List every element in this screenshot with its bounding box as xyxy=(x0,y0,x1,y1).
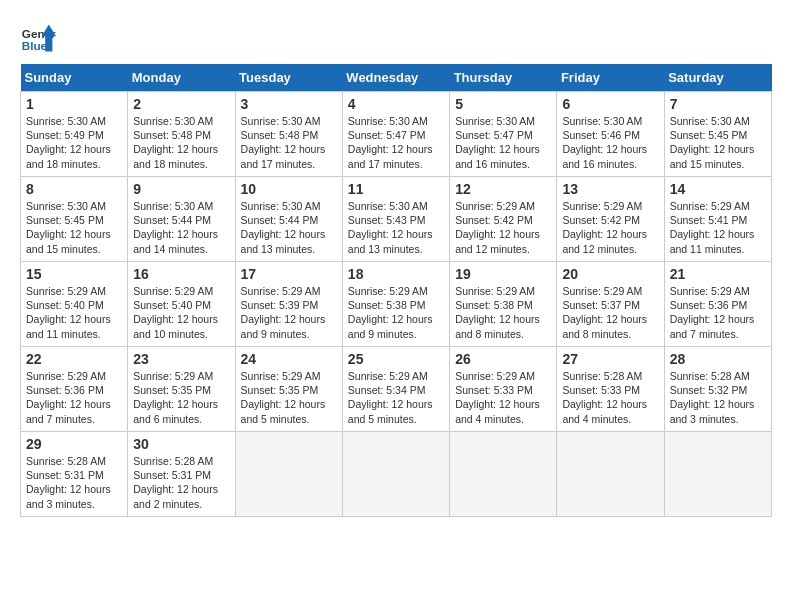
day-info: Sunrise: 5:29 AM Sunset: 5:42 PM Dayligh… xyxy=(455,199,551,256)
day-number: 1 xyxy=(26,96,122,112)
day-number: 13 xyxy=(562,181,658,197)
calendar-cell: 4Sunrise: 5:30 AM Sunset: 5:47 PM Daylig… xyxy=(342,92,449,177)
calendar-cell xyxy=(342,432,449,517)
calendar-cell: 14Sunrise: 5:29 AM Sunset: 5:41 PM Dayli… xyxy=(664,177,771,262)
calendar-cell: 22Sunrise: 5:29 AM Sunset: 5:36 PM Dayli… xyxy=(21,347,128,432)
day-info: Sunrise: 5:29 AM Sunset: 5:35 PM Dayligh… xyxy=(133,369,229,426)
calendar-cell: 9Sunrise: 5:30 AM Sunset: 5:44 PM Daylig… xyxy=(128,177,235,262)
calendar-cell: 11Sunrise: 5:30 AM Sunset: 5:43 PM Dayli… xyxy=(342,177,449,262)
day-number: 6 xyxy=(562,96,658,112)
logo-icon: General Blue xyxy=(20,20,56,56)
calendar-cell: 27Sunrise: 5:28 AM Sunset: 5:33 PM Dayli… xyxy=(557,347,664,432)
day-info: Sunrise: 5:30 AM Sunset: 5:47 PM Dayligh… xyxy=(455,114,551,171)
day-info: Sunrise: 5:30 AM Sunset: 5:44 PM Dayligh… xyxy=(241,199,337,256)
day-info: Sunrise: 5:30 AM Sunset: 5:48 PM Dayligh… xyxy=(133,114,229,171)
day-header-thursday: Thursday xyxy=(450,64,557,92)
day-number: 26 xyxy=(455,351,551,367)
calendar-cell: 15Sunrise: 5:29 AM Sunset: 5:40 PM Dayli… xyxy=(21,262,128,347)
day-number: 28 xyxy=(670,351,766,367)
day-info: Sunrise: 5:28 AM Sunset: 5:31 PM Dayligh… xyxy=(26,454,122,511)
day-number: 4 xyxy=(348,96,444,112)
calendar-cell: 18Sunrise: 5:29 AM Sunset: 5:38 PM Dayli… xyxy=(342,262,449,347)
calendar-cell: 7Sunrise: 5:30 AM Sunset: 5:45 PM Daylig… xyxy=(664,92,771,177)
calendar-cell: 28Sunrise: 5:28 AM Sunset: 5:32 PM Dayli… xyxy=(664,347,771,432)
calendar-header-row: SundayMondayTuesdayWednesdayThursdayFrid… xyxy=(21,64,772,92)
day-info: Sunrise: 5:29 AM Sunset: 5:36 PM Dayligh… xyxy=(26,369,122,426)
week-row-1: 1Sunrise: 5:30 AM Sunset: 5:49 PM Daylig… xyxy=(21,92,772,177)
day-number: 18 xyxy=(348,266,444,282)
day-info: Sunrise: 5:28 AM Sunset: 5:33 PM Dayligh… xyxy=(562,369,658,426)
day-info: Sunrise: 5:29 AM Sunset: 5:41 PM Dayligh… xyxy=(670,199,766,256)
calendar-cell xyxy=(557,432,664,517)
calendar-cell: 20Sunrise: 5:29 AM Sunset: 5:37 PM Dayli… xyxy=(557,262,664,347)
day-header-wednesday: Wednesday xyxy=(342,64,449,92)
day-info: Sunrise: 5:30 AM Sunset: 5:43 PM Dayligh… xyxy=(348,199,444,256)
day-info: Sunrise: 5:30 AM Sunset: 5:47 PM Dayligh… xyxy=(348,114,444,171)
day-header-monday: Monday xyxy=(128,64,235,92)
calendar-cell: 2Sunrise: 5:30 AM Sunset: 5:48 PM Daylig… xyxy=(128,92,235,177)
calendar-cell: 16Sunrise: 5:29 AM Sunset: 5:40 PM Dayli… xyxy=(128,262,235,347)
day-info: Sunrise: 5:30 AM Sunset: 5:49 PM Dayligh… xyxy=(26,114,122,171)
day-number: 16 xyxy=(133,266,229,282)
day-number: 29 xyxy=(26,436,122,452)
day-info: Sunrise: 5:30 AM Sunset: 5:45 PM Dayligh… xyxy=(670,114,766,171)
day-info: Sunrise: 5:30 AM Sunset: 5:48 PM Dayligh… xyxy=(241,114,337,171)
day-number: 21 xyxy=(670,266,766,282)
day-number: 8 xyxy=(26,181,122,197)
calendar-cell: 26Sunrise: 5:29 AM Sunset: 5:33 PM Dayli… xyxy=(450,347,557,432)
calendar-cell: 1Sunrise: 5:30 AM Sunset: 5:49 PM Daylig… xyxy=(21,92,128,177)
calendar-cell: 8Sunrise: 5:30 AM Sunset: 5:45 PM Daylig… xyxy=(21,177,128,262)
day-number: 27 xyxy=(562,351,658,367)
calendar-cell xyxy=(664,432,771,517)
calendar-cell: 19Sunrise: 5:29 AM Sunset: 5:38 PM Dayli… xyxy=(450,262,557,347)
day-number: 3 xyxy=(241,96,337,112)
day-number: 2 xyxy=(133,96,229,112)
calendar-cell: 6Sunrise: 5:30 AM Sunset: 5:46 PM Daylig… xyxy=(557,92,664,177)
day-info: Sunrise: 5:29 AM Sunset: 5:38 PM Dayligh… xyxy=(348,284,444,341)
page-header: General Blue xyxy=(20,20,772,56)
day-info: Sunrise: 5:30 AM Sunset: 5:44 PM Dayligh… xyxy=(133,199,229,256)
day-number: 24 xyxy=(241,351,337,367)
day-info: Sunrise: 5:29 AM Sunset: 5:37 PM Dayligh… xyxy=(562,284,658,341)
day-header-tuesday: Tuesday xyxy=(235,64,342,92)
day-number: 17 xyxy=(241,266,337,282)
day-number: 30 xyxy=(133,436,229,452)
logo: General Blue xyxy=(20,20,56,56)
calendar-cell: 17Sunrise: 5:29 AM Sunset: 5:39 PM Dayli… xyxy=(235,262,342,347)
day-number: 23 xyxy=(133,351,229,367)
day-info: Sunrise: 5:30 AM Sunset: 5:45 PM Dayligh… xyxy=(26,199,122,256)
week-row-5: 29Sunrise: 5:28 AM Sunset: 5:31 PM Dayli… xyxy=(21,432,772,517)
day-number: 20 xyxy=(562,266,658,282)
day-info: Sunrise: 5:28 AM Sunset: 5:31 PM Dayligh… xyxy=(133,454,229,511)
calendar-table: SundayMondayTuesdayWednesdayThursdayFrid… xyxy=(20,64,772,517)
calendar-cell: 13Sunrise: 5:29 AM Sunset: 5:42 PM Dayli… xyxy=(557,177,664,262)
day-header-sunday: Sunday xyxy=(21,64,128,92)
calendar-cell: 3Sunrise: 5:30 AM Sunset: 5:48 PM Daylig… xyxy=(235,92,342,177)
calendar-cell: 12Sunrise: 5:29 AM Sunset: 5:42 PM Dayli… xyxy=(450,177,557,262)
day-info: Sunrise: 5:28 AM Sunset: 5:32 PM Dayligh… xyxy=(670,369,766,426)
day-info: Sunrise: 5:29 AM Sunset: 5:34 PM Dayligh… xyxy=(348,369,444,426)
day-number: 14 xyxy=(670,181,766,197)
day-info: Sunrise: 5:30 AM Sunset: 5:46 PM Dayligh… xyxy=(562,114,658,171)
day-header-saturday: Saturday xyxy=(664,64,771,92)
day-number: 19 xyxy=(455,266,551,282)
day-info: Sunrise: 5:29 AM Sunset: 5:35 PM Dayligh… xyxy=(241,369,337,426)
day-info: Sunrise: 5:29 AM Sunset: 5:38 PM Dayligh… xyxy=(455,284,551,341)
day-number: 25 xyxy=(348,351,444,367)
day-number: 10 xyxy=(241,181,337,197)
calendar-cell: 24Sunrise: 5:29 AM Sunset: 5:35 PM Dayli… xyxy=(235,347,342,432)
day-info: Sunrise: 5:29 AM Sunset: 5:40 PM Dayligh… xyxy=(26,284,122,341)
day-info: Sunrise: 5:29 AM Sunset: 5:33 PM Dayligh… xyxy=(455,369,551,426)
day-info: Sunrise: 5:29 AM Sunset: 5:39 PM Dayligh… xyxy=(241,284,337,341)
day-info: Sunrise: 5:29 AM Sunset: 5:40 PM Dayligh… xyxy=(133,284,229,341)
day-number: 12 xyxy=(455,181,551,197)
svg-text:Blue: Blue xyxy=(22,39,48,52)
calendar-cell: 5Sunrise: 5:30 AM Sunset: 5:47 PM Daylig… xyxy=(450,92,557,177)
day-header-friday: Friday xyxy=(557,64,664,92)
calendar-cell: 29Sunrise: 5:28 AM Sunset: 5:31 PM Dayli… xyxy=(21,432,128,517)
calendar-cell xyxy=(235,432,342,517)
day-number: 11 xyxy=(348,181,444,197)
day-number: 22 xyxy=(26,351,122,367)
calendar-cell: 10Sunrise: 5:30 AM Sunset: 5:44 PM Dayli… xyxy=(235,177,342,262)
day-number: 15 xyxy=(26,266,122,282)
